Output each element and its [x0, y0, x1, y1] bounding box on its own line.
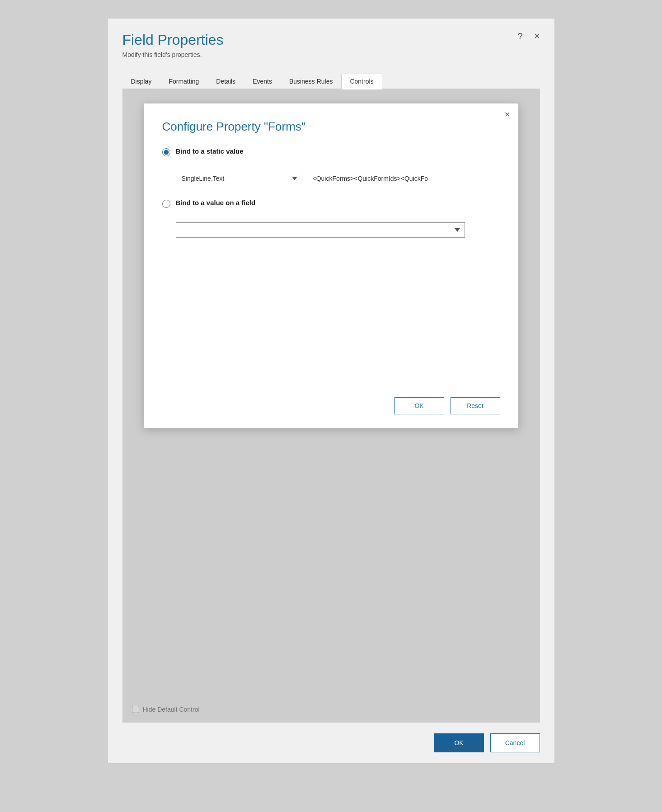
modal-ok-button[interactable]: OK: [394, 397, 444, 414]
main-container: Field Properties Modify this field's pro…: [18, 18, 644, 812]
tab-details[interactable]: Details: [207, 74, 244, 89]
tab-business-rules[interactable]: Business Rules: [281, 74, 342, 89]
tabs-bar: Display Formatting Details Events Busine…: [122, 73, 540, 89]
static-value-input[interactable]: [307, 171, 500, 186]
dialog-subtitle: Modify this field's properties.: [122, 51, 540, 58]
dialog-footer: OK Cancel: [108, 723, 554, 763]
field-dropdown[interactable]: [176, 222, 465, 238]
modal-overlay: × Configure Property "Forms" Bind to a s…: [123, 89, 540, 722]
static-value-option: Bind to a static value: [162, 147, 500, 156]
static-value-radio[interactable]: [162, 148, 170, 156]
close-icon[interactable]: ×: [534, 31, 540, 41]
tab-formatting[interactable]: Formatting: [160, 74, 207, 89]
modal-close-button[interactable]: ×: [505, 110, 510, 119]
modal-title: Configure Property "Forms": [162, 120, 500, 134]
field-value-label[interactable]: Bind to a value on a field: [176, 199, 256, 207]
ok-button[interactable]: OK: [434, 733, 484, 752]
field-value-row: [176, 222, 500, 238]
tab-content-area: × Configure Property "Forms" Bind to a s…: [122, 89, 540, 723]
cancel-button[interactable]: Cancel: [490, 733, 540, 752]
modal-footer: OK Reset: [162, 379, 500, 414]
tab-display[interactable]: Display: [122, 74, 160, 89]
type-dropdown[interactable]: SingleLine.TextMultiLine.TextWhole.NoneD…: [176, 171, 302, 186]
static-value-row: SingleLine.TextMultiLine.TextWhole.NoneD…: [176, 171, 500, 186]
static-value-label[interactable]: Bind to a static value: [176, 147, 244, 155]
tab-events[interactable]: Events: [244, 74, 281, 89]
field-value-option: Bind to a value on a field: [162, 199, 500, 208]
tab-controls[interactable]: Controls: [341, 74, 382, 89]
help-icon[interactable]: ?: [517, 31, 522, 42]
dialog-title: Field Properties: [122, 31, 540, 48]
field-value-radio[interactable]: [162, 200, 170, 208]
modal-reset-button[interactable]: Reset: [451, 397, 500, 414]
field-properties-dialog: Field Properties Modify this field's pro…: [108, 18, 555, 764]
configure-property-modal: × Configure Property "Forms" Bind to a s…: [144, 103, 519, 428]
dialog-header: Field Properties Modify this field's pro…: [108, 19, 554, 64]
